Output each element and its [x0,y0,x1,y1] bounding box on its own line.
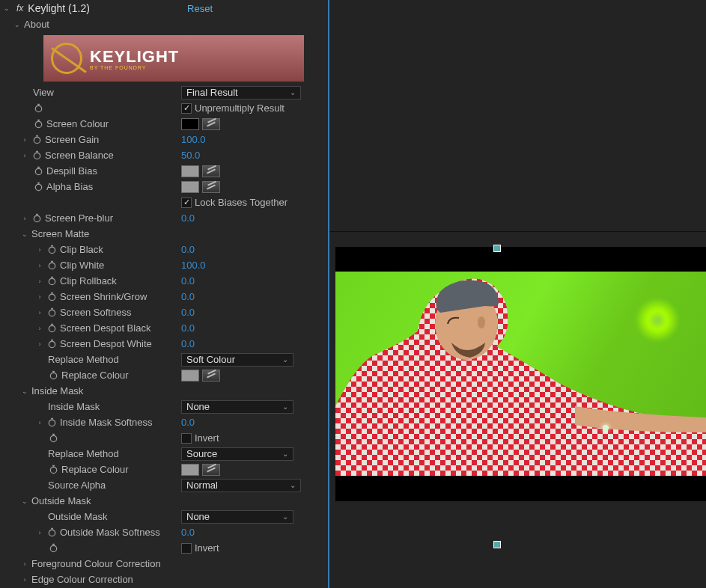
svg-point-33 [49,310,55,316]
screen-balance-value[interactable]: 50.0 [181,150,200,161]
eyedropper-icon[interactable] [202,165,220,177]
effect-controls-panel: ⌄ fx Keylight (1.2) Reset ⌄ About KEYLIG… [0,0,329,588]
fg-cc-label: Foreground Colour Correction [31,558,161,569]
source-alpha-value: Normal [186,480,218,491]
twisty-icon[interactable]: › [36,309,43,316]
twisty-icon[interactable]: › [21,136,28,144]
twisty-icon[interactable]: › [36,293,43,301]
stopwatch-icon[interactable] [48,370,58,381]
about-twisty[interactable]: ⌄ [13,21,21,28]
despot-black-value[interactable]: 0.0 [181,322,195,334]
eyedropper-icon[interactable] [202,370,220,382]
stopwatch-icon[interactable] [33,182,43,192]
clip-white-value[interactable]: 100.0 [181,260,206,271]
despot-black-label: Screen Despot Black [60,322,150,334]
stopwatch-icon[interactable] [46,323,57,334]
transform-handle[interactable] [493,541,501,548]
svg-point-0 [35,105,41,111]
twisty-icon[interactable]: › [21,152,28,159]
stopwatch-icon[interactable] [46,260,57,271]
alpha-bias-label: Alpha Bias [46,181,93,192]
inside-softness-value[interactable]: 0.0 [181,417,195,428]
twisty-icon[interactable]: › [36,419,43,426]
inside-mask-group-label: Inside Mask [31,385,83,396]
clip-white-label: Clip White [60,260,104,271]
screen-matte-twisty[interactable]: ⌄ [21,230,28,238]
effect-twisty[interactable]: ⌄ [3,4,10,12]
clip-black-value[interactable]: 0.0 [181,244,195,255]
svg-point-24 [49,263,55,269]
inside-invert-label: Invert [195,432,219,444]
despot-white-value[interactable]: 0.0 [181,338,195,349]
outside-invert-checkbox[interactable] [181,543,192,554]
twisty-icon[interactable]: › [36,262,43,269]
outside-mask-twisty[interactable]: ⌄ [21,497,28,505]
twisty-icon[interactable]: › [36,325,43,332]
inside-mask-twisty[interactable]: ⌄ [21,388,28,395]
eyedropper-icon[interactable] [202,118,220,130]
stopwatch-icon[interactable] [46,527,57,538]
despill-bias-swatch[interactable] [181,165,199,177]
clip-rollback-value[interactable]: 0.0 [181,275,195,287]
clip-rollback-label: Clip Rollback [60,275,117,287]
twisty-icon[interactable]: › [21,215,28,222]
screen-preblur-label: Screen Pre-blur [45,212,113,224]
sm-replace-method-dropdown[interactable]: Soft Colour⌄ [181,353,293,367]
shrink-grow-value[interactable]: 0.0 [181,291,195,302]
screen-softness-label: Screen Softness [60,307,131,318]
stopwatch-icon[interactable] [33,103,43,114]
screen-colour-swatch[interactable] [181,118,199,130]
stopwatch-icon[interactable] [33,166,43,177]
lock-biases-checkbox[interactable] [181,197,192,208]
stopwatch-icon[interactable] [48,465,58,475]
fg-cc-twisty[interactable]: › [21,560,28,568]
source-alpha-dropdown[interactable]: Normal⌄ [181,479,301,492]
preview-frame[interactable] [335,272,706,476]
view-dropdown[interactable]: Final Result⌄ [181,86,301,99]
stopwatch-icon[interactable] [48,543,58,554]
edge-cc-twisty[interactable]: › [21,576,28,584]
stopwatch-icon[interactable] [46,245,57,255]
stopwatch-icon[interactable] [33,119,43,129]
alpha-bias-swatch[interactable] [181,181,199,193]
im-replace-colour-swatch[interactable] [181,464,199,476]
stopwatch-icon[interactable] [46,417,57,428]
screen-softness-value[interactable]: 0.0 [181,307,195,318]
stopwatch-icon[interactable] [46,307,57,318]
stopwatch-icon[interactable] [31,150,42,161]
transform-handle[interactable] [493,245,501,252]
twisty-icon[interactable]: › [36,246,43,254]
inside-softness-label: Inside Mask Softness [60,417,153,428]
inside-mask-dropdown[interactable]: None⌄ [181,400,293,414]
effect-header: ⌄ fx Keylight (1.2) Reset [0,0,328,16]
twisty-icon[interactable]: › [36,529,43,536]
chevron-down-icon: ⌄ [290,88,296,97]
svg-point-18 [34,215,40,221]
sm-replace-colour-swatch[interactable] [181,370,199,382]
stopwatch-icon[interactable] [46,292,57,302]
reset-link[interactable]: Reset [187,3,213,14]
twisty-icon[interactable]: › [36,278,43,285]
stopwatch-icon[interactable] [48,433,58,444]
eyedropper-icon[interactable] [202,181,220,193]
stopwatch-icon[interactable] [31,213,42,224]
keylight-logo-icon [51,43,82,74]
unpremultiply-checkbox[interactable] [181,103,192,114]
stopwatch-icon[interactable] [46,339,57,349]
twisty-icon[interactable]: › [36,340,43,348]
stopwatch-icon[interactable] [46,276,57,287]
outside-softness-value[interactable]: 0.0 [181,527,195,538]
svg-point-57 [50,545,56,551]
stopwatch-icon[interactable] [31,135,42,145]
eyedropper-icon[interactable] [202,464,220,476]
svg-point-39 [49,341,55,347]
effect-name[interactable]: Keylight (1.2) [28,2,89,14]
screen-gain-value[interactable]: 100.0 [181,134,206,145]
inside-mask-label: Inside Mask [48,401,100,412]
screen-preblur-value[interactable]: 0.0 [181,212,195,224]
im-replace-method-dropdown[interactable]: Source⌄ [181,447,293,461]
despot-white-label: Screen Despot White [60,338,152,349]
inside-invert-checkbox[interactable] [181,433,192,444]
outside-mask-dropdown[interactable]: None⌄ [181,510,293,524]
screen-gain-label: Screen Gain [45,134,99,145]
